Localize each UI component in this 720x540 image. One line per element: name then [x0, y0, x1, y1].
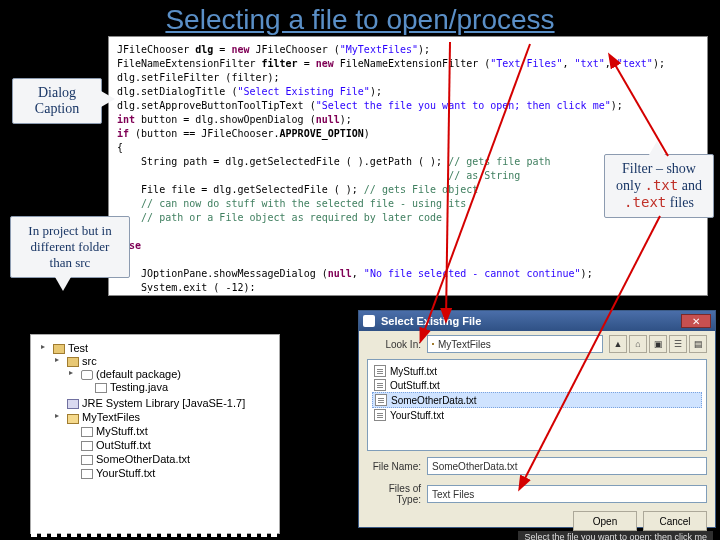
look-in-combo[interactable]: MyTextFiles	[427, 335, 603, 353]
close-icon[interactable]: ✕	[681, 314, 711, 328]
file-item[interactable]: MyStuff.txt	[372, 364, 702, 378]
slide-title: Selecting a file to open/process	[0, 0, 720, 36]
up-folder-icon[interactable]: ▲	[609, 335, 627, 353]
filechooser-toolbar: ▲ ⌂ ▣ ☰ ▤	[609, 335, 707, 353]
file-type-label: Files of Type:	[367, 483, 421, 505]
callout-in-project: In project but in different folder than …	[10, 216, 130, 278]
tree-library[interactable]: JRE System Library [JavaSE-1.7]	[53, 396, 275, 410]
tree-text-file[interactable]: YourStuff.txt	[67, 466, 275, 480]
file-name-input[interactable]: SomeOtherData.txt	[427, 457, 707, 475]
callout-text: Dialog Caption	[35, 85, 79, 116]
tree-java-file[interactable]: Testing.java	[81, 380, 275, 394]
tree-project[interactable]: Test src (default package) Testing.java …	[39, 341, 275, 482]
tree-text-file[interactable]: OutStuff.txt	[67, 438, 275, 452]
java-cup-icon	[363, 315, 375, 327]
tooltip-text: Select the file you want to open; then c…	[518, 531, 713, 540]
file-name-label: File Name:	[367, 461, 421, 472]
dialog-titlebar[interactable]: Select Existing File ✕	[359, 311, 715, 331]
file-item[interactable]: OutStuff.txt	[372, 378, 702, 392]
callout-filter: Filter – show only .txt and .text files	[604, 154, 714, 218]
callout-dialog-caption: Dialog Caption	[12, 78, 102, 124]
file-item[interactable]: SomeOtherData.txt	[372, 392, 702, 408]
dialog-title: Select Existing File	[381, 315, 681, 327]
home-icon[interactable]: ⌂	[629, 335, 647, 353]
callout-text: Filter – show only .txt and .text files	[615, 161, 703, 211]
file-chooser-dialog: Select Existing File ✕ Look In: MyTextFi…	[358, 310, 716, 528]
callout-text: In project but in different folder than …	[28, 223, 111, 270]
details-view-icon[interactable]: ▤	[689, 335, 707, 353]
tree-text-file[interactable]: MyStuff.txt	[67, 424, 275, 438]
tree-text-file[interactable]: SomeOtherData.txt	[67, 452, 275, 466]
list-view-icon[interactable]: ☰	[669, 335, 687, 353]
cancel-button[interactable]: Cancel	[643, 511, 707, 531]
file-list-area[interactable]: MyStuff.txtOutStuff.txtSomeOtherData.txt…	[367, 359, 707, 451]
project-explorer-panel: Test src (default package) Testing.java …	[30, 334, 280, 534]
new-folder-icon[interactable]: ▣	[649, 335, 667, 353]
tree-package[interactable]: (default package) Testing.java	[67, 367, 275, 395]
file-type-combo[interactable]: Text Files	[427, 485, 707, 503]
file-item[interactable]: YourStuff.txt	[372, 408, 702, 422]
tree-mytextfiles[interactable]: MyTextFiles MyStuff.txtOutStuff.txtSomeO…	[53, 410, 275, 480]
open-button[interactable]: Open	[573, 511, 637, 531]
tree-src[interactable]: src (default package) Testing.java	[53, 354, 275, 396]
look-in-label: Look In:	[367, 339, 421, 350]
